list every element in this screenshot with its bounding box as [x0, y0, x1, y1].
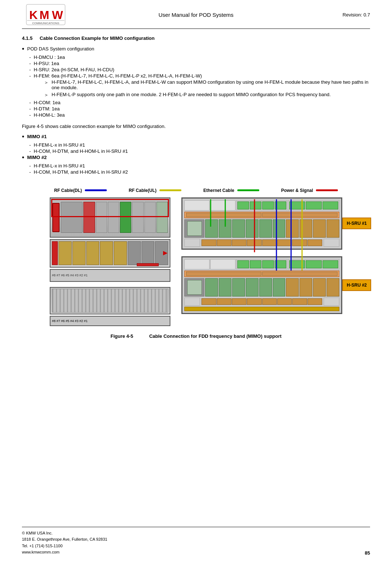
arrow-item-1-text: H-FEM-L-7, H-FEM-L-C, H-FEM-L-A, and H-F…: [52, 79, 370, 90]
sub-item-dtm: - H-DTM: 1ea: [29, 106, 370, 112]
mimo2-label: MIMO #2: [27, 155, 46, 160]
legend-power-line: [316, 189, 338, 191]
sru2-cg3: [232, 298, 246, 305]
arrow-item-2-text: H-FEM-L-P supports only one path in one …: [52, 92, 331, 98]
mimo1-item-1: - H-FEM-L-x in H-SRU #1: [29, 142, 370, 148]
sru1-cg2: [217, 239, 231, 246]
dash-2: -: [29, 61, 31, 66]
sru2-green7: [323, 260, 338, 268]
fem-s4: [100, 241, 113, 265]
sru2-card-6: [273, 278, 286, 296]
mimo2-item-2: - H-COM, H-DTM, and H-HOM-L in H-SRU #2: [29, 169, 370, 175]
sru2-cg1: [201, 298, 216, 305]
sru1-card-6: [273, 219, 286, 238]
section-number: 4.1.5: [22, 35, 33, 41]
sru2-t2: [210, 259, 235, 269]
sru2-orange-band: [184, 271, 339, 277]
sru1-cg1: [201, 239, 216, 246]
sub-item-dmcu-text: H-DMCU : 1ea: [34, 54, 65, 60]
bullet-pod-das-label: POD DAS System configuration: [27, 46, 94, 52]
fem-label-row: #8 #7 #6 #5 #4 #3 #2 #1: [50, 269, 170, 282]
sru2-left-block: [184, 278, 204, 296]
sru2-cg6: [277, 298, 292, 305]
sub-item-hom: - H-HOM-L: 3ea: [29, 112, 370, 118]
sub-item-sru-text: H-SRU: 2ea (H-SCM, H-FAU, H-CDU): [34, 67, 114, 72]
sru1-t4: [288, 200, 339, 211]
sru2-green3: [262, 260, 274, 268]
sru1-card-5: [259, 219, 272, 238]
dash-1: -: [29, 54, 31, 60]
sru2-t1: [184, 259, 210, 269]
sru1-ob2: [262, 213, 338, 217]
sru2-card-7: [286, 278, 299, 296]
sru1-green1: [237, 201, 249, 209]
arrow-item-1: ＞ H-FEM-L-7, H-FEM-L-C, H-FEM-L-A, and H…: [44, 79, 370, 90]
sru1-card-10: [327, 219, 339, 238]
sru1-card-1: [205, 219, 218, 238]
sru2-chassis: H-SRU #2: [181, 256, 342, 314]
fem-slots-1: [59, 241, 168, 265]
legend-rf-dl-line: [85, 189, 107, 191]
figure-caption-text: Cable Connection for FDD frequency band …: [149, 333, 282, 339]
sru1-green6: [306, 201, 321, 209]
svg-text:COMMUNICATIONS: COMMUNICATIONS: [32, 22, 59, 25]
arrow-2: ＞: [44, 92, 49, 98]
sru1-t1: [184, 200, 210, 211]
sru1-cg5: [262, 239, 277, 246]
sru2-card-3: [232, 278, 245, 296]
sru1-cg7: [292, 239, 307, 246]
fem-panel-1: [50, 239, 170, 268]
hom-panel: [50, 287, 170, 314]
sru1-conn-1: [184, 239, 200, 247]
sru2-t3: [236, 259, 287, 269]
arrow-items-group: ＞ H-FEM-L-7, H-FEM-L-C, H-FEM-L-A, and H…: [44, 79, 370, 98]
sru1-card-9: [313, 219, 326, 238]
sru1-label: H-SRU #1: [342, 218, 371, 229]
logo-svg: K M W COMMUNICATIONS: [26, 4, 66, 26]
sru1-card-7: [286, 219, 299, 238]
sru1-green3: [262, 201, 274, 209]
svg-text:M: M: [39, 8, 49, 22]
sub-item-sru: - H-SRU: 2ea (H-SCM, H-FAU, H-CDU): [29, 67, 370, 72]
footer-page: 85: [365, 550, 370, 556]
bullet-pod-das: • POD DAS System configuration: [22, 46, 370, 53]
mimo1-item-2: - H-COM, H-DTM, and H-HOM-L in H-SRU #1: [29, 148, 370, 154]
legend-eth: Ethernet Cable: [203, 188, 259, 193]
sru2-top-row: [184, 259, 339, 269]
left-diagram: #8 #7 #6 #5 #4 #3 #2 #1 #8 #7 #6 #5 #4 #…: [50, 197, 170, 326]
sru1-card-3: [232, 219, 245, 238]
sru2-main-row: [184, 278, 339, 296]
sub-item-hom-text: H-HOM-L: 3ea: [34, 112, 65, 118]
mcu-slot-red: [83, 202, 95, 233]
gap1: [50, 283, 170, 287]
dash-6: -: [29, 106, 31, 112]
section-heading-container: 4.1.5 Cable Connection Example for MIMO …: [22, 35, 370, 41]
svg-text:W: W: [52, 8, 63, 22]
sru1-green7: [323, 201, 338, 209]
sru1-green2: [250, 201, 261, 209]
sru2-cards: [205, 278, 339, 296]
sru2-cg8: [308, 298, 322, 305]
mimo2-item-1-text: H-FEM-L-x in H-SRU #1: [34, 163, 85, 169]
sub-item-psu-text: H-PSU: 1ea: [34, 61, 59, 66]
bullet-dot-3: •: [22, 154, 24, 162]
fem-s7: [142, 241, 155, 265]
dash-4: -: [29, 73, 31, 79]
legend-rf-ul: RF Cable(UL): [129, 188, 181, 193]
mimo1-item-1-text: H-FEM-L-x in H-SRU #1: [34, 142, 85, 148]
sru2-conn-1: [184, 298, 200, 306]
sru1-t2: [210, 200, 235, 211]
sub-items-group: - H-DMCU : 1ea - H-PSU: 1ea - H-SRU: 2ea…: [29, 54, 370, 118]
sub-item-dmcu: - H-DMCU : 1ea: [29, 54, 370, 60]
sru2-card-1: [205, 278, 218, 296]
fem-s1: [59, 241, 72, 265]
footer-web: www.kmwcomm.com: [22, 549, 107, 556]
sru2-label: H-SRU #2: [342, 279, 371, 291]
sru1-t3: [236, 200, 287, 211]
mimo1-items: - H-FEM-L-x in H-SRU #1 - H-COM, H-DTM, …: [29, 142, 370, 154]
sru1-green4: [275, 201, 286, 209]
sru1-connector-row: [184, 239, 339, 247]
legend-rf-dl-label: RF Cable(DL): [54, 188, 82, 193]
legend-rf-ul-line: [159, 189, 181, 191]
sru1-conn-group: [201, 239, 323, 247]
